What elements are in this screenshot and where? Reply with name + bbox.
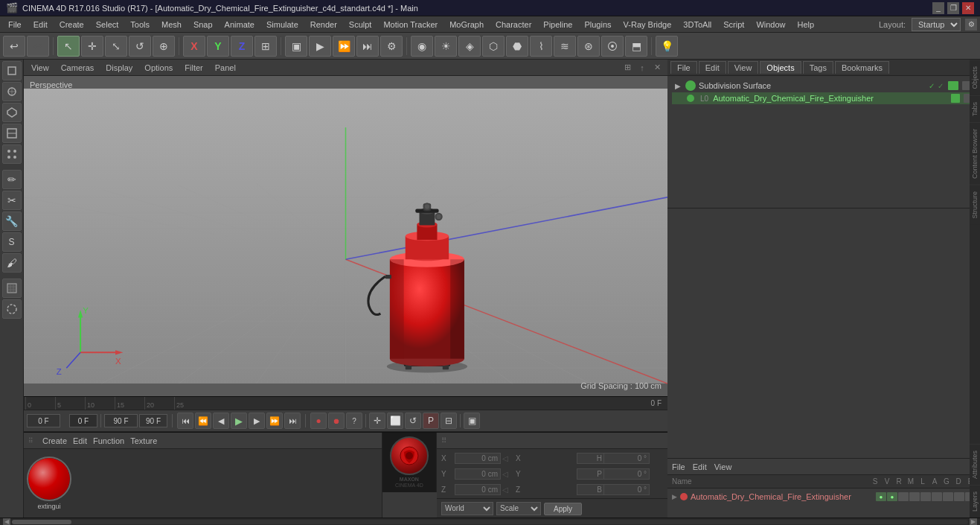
polygon-btn[interactable]: ⬣ xyxy=(506,36,528,57)
x-pos-input[interactable] xyxy=(455,453,501,464)
coord-system-select[interactable]: World Object xyxy=(441,502,493,515)
world-coord-button[interactable]: ⊞ xyxy=(254,36,277,57)
menu-vray[interactable]: V-Ray Bridge xyxy=(618,19,677,31)
menu-edit[interactable]: Edit xyxy=(28,19,53,31)
vtab-objects[interactable]: Objects xyxy=(970,60,980,95)
menu-help[interactable]: Help xyxy=(792,19,820,31)
vp-layout-btn[interactable]: ⊞ xyxy=(621,62,633,74)
close-button[interactable]: ✕ xyxy=(962,2,974,14)
y-pos-input[interactable] xyxy=(455,468,501,480)
end-frame-input[interactable] xyxy=(104,414,138,427)
scroll-track[interactable] xyxy=(12,520,968,524)
left-paint-tool-btn[interactable]: S xyxy=(2,232,22,252)
menu-file[interactable]: File xyxy=(3,19,27,31)
obj-bottom-view[interactable]: View xyxy=(714,462,732,471)
left-brush-tool-btn[interactable]: 🖌 xyxy=(2,253,22,273)
ci-r[interactable] xyxy=(898,492,909,501)
ci-s[interactable]: ● xyxy=(876,492,886,501)
viewport-menu-cameras[interactable]: Cameras xyxy=(58,62,97,74)
mat-menu-function[interactable]: Function xyxy=(93,436,124,445)
powerslider-btn[interactable]: ⊟ xyxy=(441,413,457,429)
x-axis-button[interactable]: X xyxy=(183,36,205,57)
vp-maximize-btn[interactable]: ↑ xyxy=(636,62,648,74)
render-timeline-btn[interactable]: ▣ xyxy=(464,413,480,429)
menu-mograph[interactable]: MoGraph xyxy=(444,19,489,31)
y-axis-button[interactable]: Y xyxy=(207,36,229,57)
next-frame-button[interactable]: ▶ xyxy=(249,413,265,429)
menu-script[interactable]: Script xyxy=(718,19,749,31)
auto-key-button[interactable]: ⏺ xyxy=(328,413,345,429)
left-knife-tool-btn[interactable]: ✂ xyxy=(2,191,22,210)
go-first-frame-button[interactable]: ⏮ xyxy=(177,413,193,429)
viewport-menu-filter[interactable]: Filter xyxy=(182,62,205,74)
left-move-model-btn[interactable] xyxy=(2,61,22,80)
subdivision-surface-item[interactable]: ▶ Subdivision Surface ✓ ✓ xyxy=(672,79,976,92)
render-queue-button[interactable]: ⏭ xyxy=(356,36,379,57)
left-edge-mode-btn[interactable] xyxy=(2,124,22,143)
menu-tools[interactable]: Tools xyxy=(125,19,155,31)
object-btn[interactable]: ⬡ xyxy=(482,36,505,57)
h-rot-input[interactable] xyxy=(603,453,650,464)
render-all-button[interactable]: ⏩ xyxy=(333,36,355,57)
dynamics-btn[interactable]: ⦿ xyxy=(601,36,624,57)
left-magnet-tool-btn[interactable]: 🔧 xyxy=(2,211,22,231)
menu-create[interactable]: Create xyxy=(54,19,89,31)
menu-character[interactable]: Character xyxy=(490,19,537,31)
current-frame-input[interactable] xyxy=(27,414,60,427)
prev-frame-button[interactable]: ◀ xyxy=(213,413,229,429)
fire-extinguisher-item[interactable]: L0 Automatic_Dry_Chemical_Fire_Extinguis… xyxy=(672,92,976,104)
obj-bottom-edit[interactable]: Edit xyxy=(693,462,707,471)
scale-tool-button[interactable]: ⤡ xyxy=(105,36,127,57)
layout-settings-button[interactable]: ⚙ xyxy=(965,19,977,31)
menu-select[interactable]: Select xyxy=(91,19,124,31)
render-region-button[interactable]: ▣ xyxy=(285,36,307,57)
menu-pipeline[interactable]: Pipeline xyxy=(538,19,577,31)
camera-btn[interactable]: ◉ xyxy=(411,36,433,57)
ci-g[interactable] xyxy=(943,492,953,501)
viewport-menu-display[interactable]: Display xyxy=(103,62,135,74)
viewport-menu-options[interactable]: Options xyxy=(141,62,176,74)
viewport-menu-view[interactable]: View xyxy=(28,62,52,74)
onion-skin-btn[interactable]: ⬜ xyxy=(387,413,403,429)
object-table-row[interactable]: ▶ Automatic_Dry_Chemical_Fire_Extinguish… xyxy=(667,489,980,505)
left-vertex-mode-btn[interactable] xyxy=(2,144,22,164)
move-tool-button[interactable]: ✛ xyxy=(81,36,103,57)
left-object-mode-btn[interactable] xyxy=(2,82,22,101)
mat-menu-texture[interactable]: Texture xyxy=(130,436,157,445)
ci-v[interactable]: ● xyxy=(887,492,897,501)
min-frame-input[interactable] xyxy=(69,414,97,427)
vtab-tabs[interactable]: Tabs xyxy=(970,95,980,122)
restore-button[interactable]: ❐ xyxy=(947,2,959,14)
vtab-layers[interactable]: Layers xyxy=(970,485,980,518)
left-texture-tool-btn[interactable] xyxy=(2,279,22,298)
undo-button[interactable]: ↩ xyxy=(3,36,25,57)
deformer-btn[interactable]: ≋ xyxy=(554,36,576,57)
minimize-button[interactable]: _ xyxy=(932,2,944,14)
obj-tab-file[interactable]: File xyxy=(670,61,697,74)
go-last-frame-button[interactable]: ⏭ xyxy=(284,413,301,429)
menu-animate[interactable]: Animate xyxy=(220,19,260,31)
xpresso-btn[interactable]: ⬒ xyxy=(625,36,647,57)
obj-bottom-file[interactable]: File xyxy=(672,462,685,471)
menu-plugins[interactable]: Plugins xyxy=(579,19,616,31)
rotate-tool-button[interactable]: ↺ xyxy=(129,36,151,57)
material-thumb[interactable] xyxy=(27,456,71,501)
size-mode-select[interactable]: Scale Size xyxy=(496,502,541,515)
record-button[interactable]: ● xyxy=(310,413,327,429)
scroll-thumb[interactable] xyxy=(12,520,71,524)
next-key-button[interactable]: ⏩ xyxy=(266,413,283,429)
play-button[interactable]: ▶ xyxy=(231,413,247,429)
keyframe-button[interactable]: ? xyxy=(346,413,362,429)
vtab-structure[interactable]: Structure xyxy=(970,185,980,225)
layout-select[interactable]: Startup xyxy=(912,18,961,31)
material-btn[interactable]: ◈ xyxy=(458,36,481,57)
ci-m[interactable] xyxy=(909,492,920,501)
spline-btn[interactable]: ⌇ xyxy=(530,36,552,57)
apply-button[interactable]: Apply xyxy=(544,503,582,515)
obj-tab-tags[interactable]: Tags xyxy=(803,61,833,74)
ci-l[interactable] xyxy=(920,492,931,501)
material-item[interactable]: extingui xyxy=(27,456,71,510)
effector-btn[interactable]: ⊛ xyxy=(577,36,600,57)
b-rot-input[interactable] xyxy=(603,484,650,495)
obj-tab-bookmarks[interactable]: Bookmarks xyxy=(835,61,889,74)
